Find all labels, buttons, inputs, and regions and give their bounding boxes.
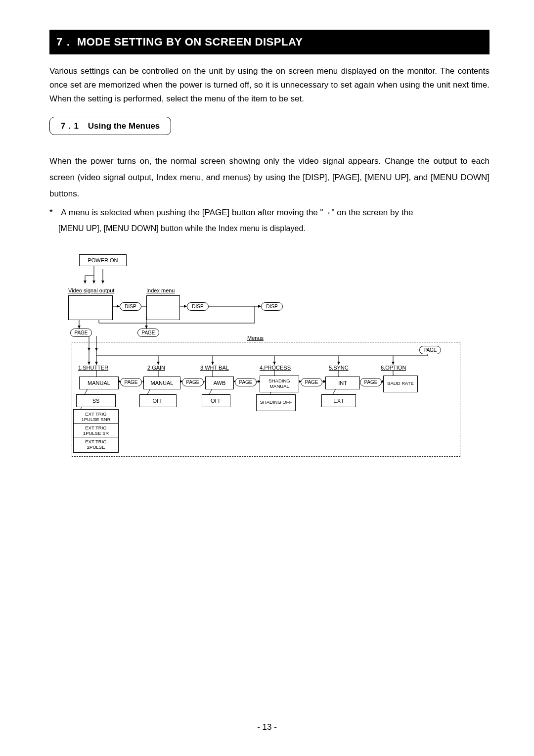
body-paragraph-1: When the power turns on, the normal scre… [49,153,490,202]
subsection-number: 7．1 [61,121,79,131]
label-index-menu: Index menu [146,287,175,293]
flow-diagram: POWER ON Video signal output Index menu … [64,252,470,460]
subsection-title-box: 7．1 Using the Menues [49,117,171,135]
pill-disp-3: DISP [261,302,283,311]
opt-gain-off: OFF [139,394,177,407]
opt-sync-int: INT [325,377,360,389]
pill-page-right: PAGE [419,346,441,354]
intro-paragraph: Various settings can be controlled on th… [49,64,490,106]
pill-disp-1: DISP [120,302,141,311]
section-title: 7． MODE SETTING BY ON SCREEN DISPLAY [49,30,490,54]
subsection-title-text: Using the Menues [88,121,160,131]
opt-gain-manual: MANUAL [143,377,180,389]
opt-shutter-ss: SS [76,394,116,407]
node-power-on: POWER ON [79,254,127,266]
menu-header-2: 2.GAIN [147,365,165,371]
pill-page-5: PAGE [360,378,382,386]
opt-process-shading-off: SHADING OFF [256,394,296,411]
opt-whtbal-off: OFF [202,394,230,407]
opt-shutter-manual: MANUAL [79,377,119,389]
opt-option-baud: BAUD RATE [383,376,418,392]
pill-page-2: PAGE [182,378,204,386]
opt-whtbal-awb: AWB [205,377,234,389]
pill-disp-2: DISP [187,302,209,311]
menu-header-3: 3.WHT BAL [200,365,229,371]
section-number: 7． [56,36,74,48]
page-number: - 13 - [0,722,534,732]
opt-process-shading-manual: SHADING MANUAL [260,376,299,392]
menu-header-6: 6.OPTION [381,365,406,371]
label-video-output: Video signal output [68,287,114,293]
note-text-cont: [MENU UP], [MENU DOWN] button while the … [49,221,490,236]
screen-index-menu [146,295,180,320]
section-title-text: MODE SETTING BY ON SCREEN DISPLAY [77,36,303,48]
screen-video-output [68,295,113,320]
pill-page-4: PAGE [301,378,322,386]
opt-shutter-ext2: EXT TRIG 2PULSE [73,437,119,453]
menu-header-5: 5.SYNC [329,365,349,371]
pill-page-video: PAGE [70,329,92,337]
opt-sync-ext: EXT [321,394,356,407]
menu-header-4: 4.PROCESS [260,365,291,371]
note-asterisk: * [49,208,53,217]
pill-page-3: PAGE [235,378,257,386]
note-paragraph: * A menu is selected when pushing the [P… [49,204,490,221]
pill-page-index: PAGE [137,329,159,337]
pill-page-1: PAGE [120,378,142,386]
label-menus: Menus [247,335,264,341]
note-text: A menu is selected when pushing the [PAG… [61,208,413,217]
menu-header-1: 1.SHUTTER [78,365,108,371]
